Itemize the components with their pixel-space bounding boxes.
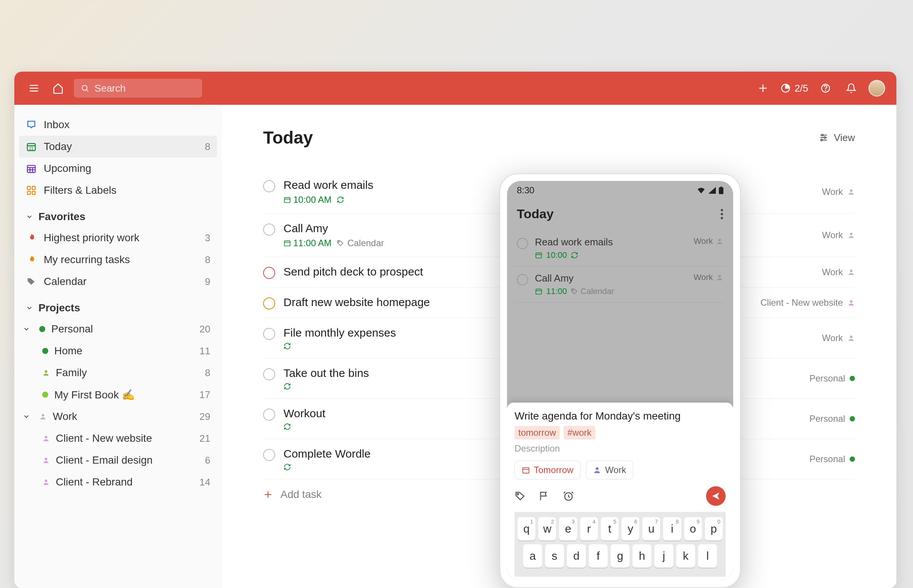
phone-calendar-label: Calendar xyxy=(580,286,614,296)
task-checkbox[interactable] xyxy=(263,328,275,340)
notifications-button[interactable] xyxy=(843,80,860,97)
nav-label: Upcoming xyxy=(44,162,91,174)
task-project[interactable]: Client - New website xyxy=(760,297,855,308)
task-project[interactable]: Work xyxy=(822,333,855,343)
task-checkbox[interactable] xyxy=(263,409,275,421)
view-button[interactable]: View xyxy=(819,132,855,144)
kbd-key-h[interactable]: h xyxy=(633,544,651,568)
kbd-key-k[interactable]: k xyxy=(676,544,695,568)
nav-today[interactable]: 21 Today 8 xyxy=(19,136,217,158)
kbd-key-p[interactable]: 0p xyxy=(705,517,722,541)
phone-statusbar: 8:30 xyxy=(507,181,733,200)
favorite-item[interactable]: Calendar 9 xyxy=(19,271,217,292)
task-project[interactable]: Personal xyxy=(810,454,855,464)
sub-project-item[interactable]: Client - Rebrand 14 xyxy=(19,471,217,493)
kbd-key-e[interactable]: 3e xyxy=(559,517,577,541)
add-button[interactable] xyxy=(755,80,771,97)
productivity-button[interactable]: 2/5 xyxy=(780,82,808,94)
kbd-key-i[interactable]: 8i xyxy=(663,517,681,541)
phone-task-checkbox[interactable] xyxy=(517,274,528,285)
sub-project-item[interactable]: Client - Email design 6 xyxy=(19,449,217,471)
project-item[interactable]: Work 29 xyxy=(19,405,217,427)
send-button[interactable] xyxy=(706,486,726,506)
kbd-key-s[interactable]: s xyxy=(545,544,564,568)
kbd-key-a[interactable]: a xyxy=(523,544,542,568)
svg-point-52 xyxy=(719,239,721,241)
nav-inbox[interactable]: Inbox xyxy=(19,114,217,136)
person-icon xyxy=(847,188,855,195)
tag-project[interactable]: #work xyxy=(564,426,595,439)
phone-task-checkbox[interactable] xyxy=(517,238,528,249)
help-button[interactable] xyxy=(817,80,834,97)
kbd-key-f[interactable]: f xyxy=(589,544,608,568)
task-project[interactable]: Work xyxy=(822,187,855,197)
kbd-key-j[interactable]: j xyxy=(654,544,673,568)
chevron-down-icon[interactable] xyxy=(23,325,33,333)
favorite-item[interactable]: Highest priority work 3 xyxy=(19,227,217,249)
label-icon[interactable] xyxy=(515,490,526,502)
favorite-item[interactable]: My recurring tasks 8 xyxy=(19,249,217,271)
alarm-icon[interactable] xyxy=(563,490,574,502)
svg-point-9 xyxy=(825,90,826,90)
svg-text:21: 21 xyxy=(29,146,34,150)
quick-add-title[interactable]: Write agenda for Monday's meeting xyxy=(515,410,726,422)
sub-project-item[interactable]: My First Book ✍️ 17 xyxy=(19,384,217,405)
kbd-key-r[interactable]: 4r xyxy=(580,517,598,541)
svg-point-28 xyxy=(822,134,823,136)
phone-more-button[interactable] xyxy=(721,209,723,220)
chip-project[interactable]: Work xyxy=(586,460,633,480)
task-checkbox[interactable] xyxy=(263,449,275,461)
avatar[interactable] xyxy=(869,80,885,97)
kbd-key-o[interactable]: 9o xyxy=(684,517,702,541)
flag-icon[interactable] xyxy=(539,490,550,502)
task-project[interactable]: Work xyxy=(822,267,855,278)
projects-header[interactable]: Projects xyxy=(19,298,217,318)
app-window: 2/5 Inbox 21 Today 8 Upcoming Filters & … xyxy=(15,72,897,588)
phone-task-list: Read work emails 10:00 Work Call Amy 11:… xyxy=(507,230,733,303)
tag-date[interactable]: tomorrow xyxy=(515,426,560,439)
task-project[interactable]: Work xyxy=(822,230,855,241)
phone-keyboard: 1q2w3e4r5t6y7u8i9o0pasdfghjkl xyxy=(515,512,726,577)
kbd-key-d[interactable]: d xyxy=(567,544,586,568)
favorites-header[interactable]: Favorites xyxy=(19,207,217,227)
phone-task-row[interactable]: Call Amy 11:00Calendar Work xyxy=(515,267,726,303)
plus-icon xyxy=(263,489,273,499)
svg-rect-45 xyxy=(719,187,723,194)
project-item[interactable]: Personal 20 xyxy=(19,318,217,340)
kbd-key-g[interactable]: g xyxy=(611,544,630,568)
sub-project-item[interactable]: Family 8 xyxy=(19,362,217,384)
nav-filters[interactable]: Filters & Labels xyxy=(19,179,217,201)
search-box[interactable] xyxy=(74,79,202,98)
task-checkbox[interactable] xyxy=(263,297,275,309)
menu-button[interactable] xyxy=(26,80,42,97)
kbd-key-w[interactable]: 2w xyxy=(538,517,556,541)
task-project[interactable]: Personal xyxy=(810,414,855,424)
nav-upcoming[interactable]: Upcoming xyxy=(19,158,217,179)
sub-project-item[interactable]: Home 11 xyxy=(19,340,217,362)
quick-add-description[interactable]: Description xyxy=(515,443,726,454)
nav-label: Inbox xyxy=(44,119,70,131)
phone-task-row[interactable]: Read work emails 10:00 Work xyxy=(515,230,726,267)
chevron-down-icon[interactable] xyxy=(23,413,33,420)
add-task-label: Add task xyxy=(280,488,322,501)
svg-line-4 xyxy=(87,90,88,91)
chip-schedule[interactable]: Tomorrow xyxy=(515,460,580,480)
task-project[interactable]: Personal xyxy=(810,373,855,384)
svg-point-24 xyxy=(45,436,47,438)
kbd-key-u[interactable]: 7u xyxy=(642,517,660,541)
task-checkbox[interactable] xyxy=(263,180,275,192)
progress-icon xyxy=(780,83,791,94)
task-checkbox[interactable] xyxy=(263,223,275,236)
kbd-key-t[interactable]: 5t xyxy=(601,517,619,541)
svg-rect-19 xyxy=(32,187,35,190)
kbd-key-q[interactable]: 1q xyxy=(517,517,535,541)
search-input[interactable] xyxy=(95,82,195,94)
task-checkbox[interactable] xyxy=(263,368,275,380)
plus-icon xyxy=(757,82,769,94)
task-checkbox[interactable] xyxy=(263,267,275,279)
home-button[interactable] xyxy=(50,80,66,97)
sub-project-item[interactable]: Client - New website 21 xyxy=(19,427,217,449)
phone-task-project: Work xyxy=(693,236,723,246)
kbd-key-y[interactable]: 6y xyxy=(622,517,639,541)
kbd-key-l[interactable]: l xyxy=(698,544,717,568)
